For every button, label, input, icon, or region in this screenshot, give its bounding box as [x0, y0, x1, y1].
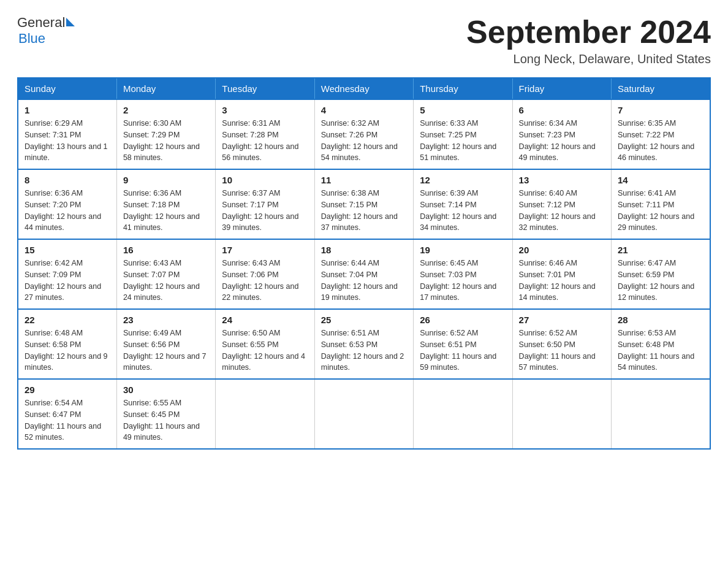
day-number: 4 — [321, 105, 407, 115]
day-number: 6 — [519, 105, 605, 115]
calendar-header: SundayMondayTuesdayWednesdayThursdayFrid… — [18, 78, 710, 99]
day-number: 26 — [420, 315, 506, 325]
week-row-5: 29Sunrise: 6:54 AMSunset: 6:47 PMDayligh… — [18, 379, 710, 449]
day-number: 15 — [25, 245, 110, 255]
calendar-cell — [216, 379, 314, 449]
calendar-title-block: September 2024 Long Neck, Delaware, Unit… — [466, 15, 711, 66]
day-info: Sunrise: 6:33 AMSunset: 7:25 PMDaylight:… — [420, 118, 506, 164]
day-number: 30 — [123, 385, 209, 395]
day-info: Sunrise: 6:32 AMSunset: 7:26 PMDaylight:… — [321, 118, 407, 164]
calendar-cell: 29Sunrise: 6:54 AMSunset: 6:47 PMDayligh… — [18, 379, 116, 449]
day-info: Sunrise: 6:29 AMSunset: 7:31 PMDaylight:… — [25, 118, 110, 164]
day-number: 5 — [420, 105, 506, 115]
calendar-cell: 16Sunrise: 6:43 AMSunset: 7:07 PMDayligh… — [116, 239, 215, 309]
day-number: 23 — [123, 315, 209, 325]
day-info: Sunrise: 6:37 AMSunset: 7:17 PMDaylight:… — [222, 188, 308, 234]
calendar-cell: 3Sunrise: 6:31 AMSunset: 7:28 PMDaylight… — [216, 99, 314, 169]
calendar-cell: 11Sunrise: 6:38 AMSunset: 7:15 PMDayligh… — [314, 169, 413, 239]
calendar-cell: 25Sunrise: 6:51 AMSunset: 6:53 PMDayligh… — [314, 309, 413, 379]
day-info: Sunrise: 6:30 AMSunset: 7:29 PMDaylight:… — [123, 118, 209, 164]
calendar-cell: 1Sunrise: 6:29 AMSunset: 7:31 PMDaylight… — [18, 99, 116, 169]
calendar-cell: 4Sunrise: 6:32 AMSunset: 7:26 PMDaylight… — [314, 99, 413, 169]
day-info: Sunrise: 6:45 AMSunset: 7:03 PMDaylight:… — [420, 258, 506, 304]
week-row-2: 8Sunrise: 6:36 AMSunset: 7:20 PMDaylight… — [18, 169, 710, 239]
day-number: 9 — [123, 175, 209, 185]
day-info: Sunrise: 6:34 AMSunset: 7:23 PMDaylight:… — [519, 118, 605, 164]
logo-blue-text: Blue — [18, 31, 75, 47]
header-saturday: Saturday — [612, 78, 710, 99]
day-info: Sunrise: 6:53 AMSunset: 6:48 PMDaylight:… — [618, 327, 703, 373]
calendar-cell: 21Sunrise: 6:47 AMSunset: 6:59 PMDayligh… — [612, 239, 710, 309]
day-number: 24 — [222, 315, 308, 325]
day-info: Sunrise: 6:39 AMSunset: 7:14 PMDaylight:… — [420, 188, 506, 234]
day-number: 27 — [519, 315, 605, 325]
day-number: 8 — [25, 175, 110, 185]
week-row-4: 22Sunrise: 6:48 AMSunset: 6:58 PMDayligh… — [18, 309, 710, 379]
calendar-table: SundayMondayTuesdayWednesdayThursdayFrid… — [17, 77, 711, 450]
calendar-cell — [612, 379, 710, 449]
day-info: Sunrise: 6:43 AMSunset: 7:07 PMDaylight:… — [123, 258, 209, 304]
day-number: 13 — [519, 175, 605, 185]
header-sunday: Sunday — [18, 78, 116, 99]
day-info: Sunrise: 6:43 AMSunset: 7:06 PMDaylight:… — [222, 258, 308, 304]
day-info: Sunrise: 6:44 AMSunset: 7:04 PMDaylight:… — [321, 258, 407, 304]
day-info: Sunrise: 6:48 AMSunset: 6:58 PMDaylight:… — [25, 327, 110, 373]
header-row: SundayMondayTuesdayWednesdayThursdayFrid… — [18, 78, 710, 99]
day-info: Sunrise: 6:40 AMSunset: 7:12 PMDaylight:… — [519, 188, 605, 234]
calendar-cell: 22Sunrise: 6:48 AMSunset: 6:58 PMDayligh… — [18, 309, 116, 379]
calendar-cell: 8Sunrise: 6:36 AMSunset: 7:20 PMDaylight… — [18, 169, 116, 239]
header-monday: Monday — [116, 78, 215, 99]
day-info: Sunrise: 6:36 AMSunset: 7:18 PMDaylight:… — [123, 188, 209, 234]
day-number: 3 — [222, 105, 308, 115]
day-info: Sunrise: 6:54 AMSunset: 6:47 PMDaylight:… — [25, 397, 110, 443]
day-number: 25 — [321, 315, 407, 325]
calendar-cell: 28Sunrise: 6:53 AMSunset: 6:48 PMDayligh… — [612, 309, 710, 379]
calendar-cell: 15Sunrise: 6:42 AMSunset: 7:09 PMDayligh… — [18, 239, 116, 309]
day-number: 22 — [25, 315, 110, 325]
day-info: Sunrise: 6:41 AMSunset: 7:11 PMDaylight:… — [618, 188, 703, 234]
day-number: 29 — [25, 385, 110, 395]
logo-triangle-icon — [66, 18, 75, 26]
page-header: General Blue September 2024 Long Neck, D… — [17, 15, 711, 66]
header-tuesday: Tuesday — [216, 78, 314, 99]
calendar-cell: 20Sunrise: 6:46 AMSunset: 7:01 PMDayligh… — [512, 239, 611, 309]
day-info: Sunrise: 6:38 AMSunset: 7:15 PMDaylight:… — [321, 188, 407, 234]
calendar-cell: 7Sunrise: 6:35 AMSunset: 7:22 PMDaylight… — [612, 99, 710, 169]
calendar-cell: 13Sunrise: 6:40 AMSunset: 7:12 PMDayligh… — [512, 169, 611, 239]
header-wednesday: Wednesday — [314, 78, 413, 99]
calendar-cell: 27Sunrise: 6:52 AMSunset: 6:50 PMDayligh… — [512, 309, 611, 379]
header-thursday: Thursday — [414, 78, 512, 99]
day-info: Sunrise: 6:46 AMSunset: 7:01 PMDaylight:… — [519, 258, 605, 304]
day-info: Sunrise: 6:50 AMSunset: 6:55 PMDaylight:… — [222, 327, 308, 373]
calendar-cell — [512, 379, 611, 449]
calendar-cell: 10Sunrise: 6:37 AMSunset: 7:17 PMDayligh… — [216, 169, 314, 239]
day-number: 1 — [25, 105, 110, 115]
day-number: 28 — [618, 315, 703, 325]
day-info: Sunrise: 6:47 AMSunset: 6:59 PMDaylight:… — [618, 258, 703, 304]
day-number: 16 — [123, 245, 209, 255]
calendar-cell: 14Sunrise: 6:41 AMSunset: 7:11 PMDayligh… — [612, 169, 710, 239]
calendar-cell: 24Sunrise: 6:50 AMSunset: 6:55 PMDayligh… — [216, 309, 314, 379]
calendar-cell: 19Sunrise: 6:45 AMSunset: 7:03 PMDayligh… — [414, 239, 512, 309]
logo-general-text: General — [17, 15, 65, 31]
day-number: 11 — [321, 175, 407, 185]
day-info: Sunrise: 6:52 AMSunset: 6:51 PMDaylight:… — [420, 327, 506, 373]
calendar-body: 1Sunrise: 6:29 AMSunset: 7:31 PMDaylight… — [18, 99, 710, 449]
calendar-cell — [414, 379, 512, 449]
day-info: Sunrise: 6:31 AMSunset: 7:28 PMDaylight:… — [222, 118, 308, 164]
day-number: 17 — [222, 245, 308, 255]
calendar-cell: 6Sunrise: 6:34 AMSunset: 7:23 PMDaylight… — [512, 99, 611, 169]
day-info: Sunrise: 6:51 AMSunset: 6:53 PMDaylight:… — [321, 327, 407, 373]
calendar-cell: 9Sunrise: 6:36 AMSunset: 7:18 PMDaylight… — [116, 169, 215, 239]
logo: General Blue — [17, 15, 75, 47]
day-number: 7 — [618, 105, 703, 115]
day-number: 10 — [222, 175, 308, 185]
calendar-cell: 18Sunrise: 6:44 AMSunset: 7:04 PMDayligh… — [314, 239, 413, 309]
header-friday: Friday — [512, 78, 611, 99]
day-number: 14 — [618, 175, 703, 185]
week-row-3: 15Sunrise: 6:42 AMSunset: 7:09 PMDayligh… — [18, 239, 710, 309]
week-row-1: 1Sunrise: 6:29 AMSunset: 7:31 PMDaylight… — [18, 99, 710, 169]
calendar-cell: 17Sunrise: 6:43 AMSunset: 7:06 PMDayligh… — [216, 239, 314, 309]
day-number: 20 — [519, 245, 605, 255]
day-info: Sunrise: 6:36 AMSunset: 7:20 PMDaylight:… — [25, 188, 110, 234]
